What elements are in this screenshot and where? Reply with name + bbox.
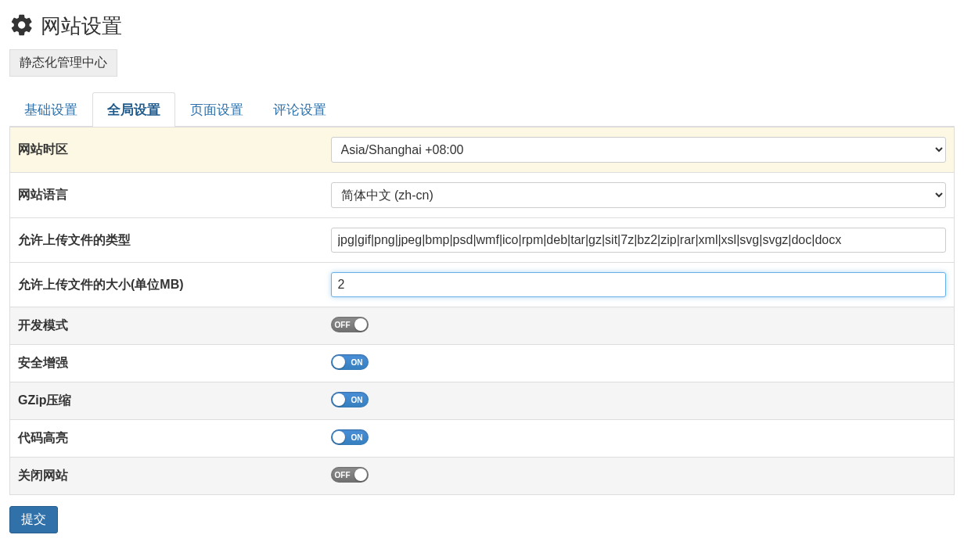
close-site-toggle[interactable]: OFF <box>331 467 369 483</box>
gear-icon <box>9 13 34 40</box>
toggle-knob <box>333 356 345 368</box>
label-dev-mode: 开发模式 <box>10 307 323 345</box>
toggle-knob <box>333 431 345 443</box>
upload-types-input[interactable] <box>331 228 947 253</box>
toggle-knob <box>354 318 367 331</box>
timezone-select[interactable]: Asia/Shanghai +08:00 <box>331 137 947 163</box>
row-dev-mode: 开发模式 OFF <box>10 307 955 345</box>
row-close-site: 关闭网站 OFF <box>10 458 955 495</box>
row-language: 网站语言 简体中文 (zh-cn) <box>10 173 955 218</box>
row-gzip: GZip压缩 ON <box>10 382 955 420</box>
settings-table: 网站时区 Asia/Shanghai +08:00 网站语言 简体中文 (zh-… <box>9 127 955 495</box>
page-header: 网站设置 <box>9 8 955 48</box>
tab-comment[interactable]: 评论设置 <box>258 92 341 127</box>
label-language: 网站语言 <box>10 173 323 218</box>
toggle-knob <box>354 468 367 481</box>
row-upload-size: 允许上传文件的大小(单位MB) <box>10 263 955 307</box>
tabs: 基础设置 全局设置 页面设置 评论设置 <box>9 92 955 127</box>
label-close-site: 关闭网站 <box>10 458 323 495</box>
upload-size-input[interactable] <box>331 272 947 297</box>
gzip-toggle[interactable]: ON <box>331 392 369 407</box>
tab-basic[interactable]: 基础设置 <box>9 92 92 127</box>
label-upload-size: 允许上传文件的大小(单位MB) <box>10 263 323 307</box>
highlight-toggle[interactable]: ON <box>331 429 369 445</box>
row-upload-types: 允许上传文件的类型 <box>10 218 955 263</box>
tab-global[interactable]: 全局设置 <box>92 92 175 127</box>
label-highlight: 代码高亮 <box>10 420 323 458</box>
static-management-button[interactable]: 静态化管理中心 <box>9 49 117 77</box>
security-toggle[interactable]: ON <box>331 354 369 370</box>
toggle-knob <box>333 393 345 406</box>
page-title: 网站设置 <box>41 13 122 40</box>
row-security: 安全增强 ON <box>10 345 955 382</box>
label-gzip: GZip压缩 <box>10 382 323 420</box>
language-select[interactable]: 简体中文 (zh-cn) <box>331 182 947 208</box>
submit-button[interactable]: 提交 <box>9 506 58 533</box>
row-highlight: 代码高亮 ON <box>10 420 955 458</box>
tab-page[interactable]: 页面设置 <box>175 92 258 127</box>
label-timezone: 网站时区 <box>10 127 323 173</box>
label-security: 安全增强 <box>10 345 323 382</box>
dev-mode-toggle[interactable]: OFF <box>331 317 369 332</box>
label-upload-types: 允许上传文件的类型 <box>10 218 323 263</box>
row-timezone: 网站时区 Asia/Shanghai +08:00 <box>10 127 955 173</box>
